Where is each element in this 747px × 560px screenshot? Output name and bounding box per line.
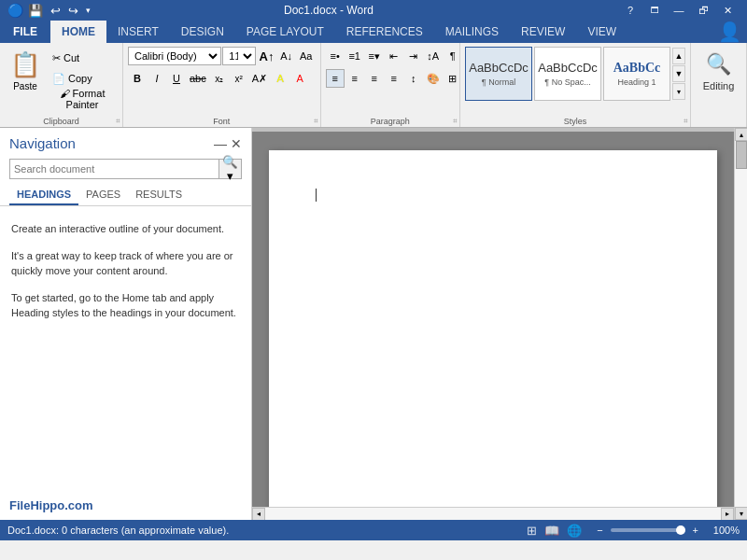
format-painter-button[interactable]: 🖌 Format Painter — [49, 90, 115, 108]
editing-content: 🔍 Editing — [703, 52, 735, 91]
save-quick-btn[interactable]: 💾 — [25, 4, 46, 18]
zoom-slider[interactable] — [611, 528, 685, 532]
bold-button[interactable]: B — [128, 69, 147, 88]
editing-group: 🔍 Editing — [691, 43, 747, 127]
multilevel-list-button[interactable]: ≡▾ — [365, 47, 384, 65]
style-heading1[interactable]: AaBbCc Heading 1 — [603, 47, 670, 101]
line-spacing-button[interactable]: ↕ — [404, 69, 423, 88]
nav-minimize-btn[interactable]: — — [214, 136, 227, 151]
grow-font-button[interactable]: A↑ — [257, 47, 275, 65]
bullets-button[interactable]: ≡• — [326, 47, 345, 65]
cut-button[interactable]: ✂ Cut — [49, 49, 115, 67]
status-text: Doc1.docx: 0 characters (an approximate … — [7, 525, 229, 536]
clear-formatting-button[interactable]: A✗ — [249, 69, 270, 88]
nav-tab-headings[interactable]: HEADINGS — [9, 185, 78, 205]
zoom-level: 100% — [706, 525, 740, 536]
h-scroll-right-btn[interactable]: ▸ — [721, 508, 734, 521]
page-layout-icon[interactable]: ⊞ — [527, 524, 537, 538]
strikethrough-button[interactable]: abc — [187, 69, 209, 88]
shading-button[interactable]: 🎨 — [424, 69, 443, 88]
font-size-select[interactable]: 11 — [222, 47, 256, 65]
nav-tab-pages[interactable]: PAGES — [78, 185, 128, 205]
nav-tab-results[interactable]: RESULTS — [128, 185, 190, 205]
minimize-btn[interactable]: — — [667, 0, 691, 21]
increase-indent-button[interactable]: ⇥ — [404, 47, 423, 65]
help-btn[interactable]: ? — [618, 0, 642, 21]
nav-body: Create an interactive outline of your do… — [0, 206, 251, 491]
doc-page[interactable] — [269, 150, 717, 507]
align-center-button[interactable]: ≡ — [345, 69, 364, 88]
tab-view[interactable]: VIEW — [576, 21, 627, 43]
paragraph-group: ≡• ≡1 ≡▾ ⇤ ⇥ ↕A ¶ ≡ ≡ ≡ ≡ ↕ 🎨 ⊞ Paragrap… — [321, 43, 460, 127]
v-scroll-track[interactable] — [735, 141, 747, 507]
justify-button[interactable]: ≡ — [385, 69, 403, 88]
superscript-button[interactable]: x² — [230, 69, 248, 88]
style-normal[interactable]: AaBbCcDc ¶ Normal — [465, 47, 532, 101]
web-view-icon[interactable]: 🌐 — [567, 524, 582, 538]
styles-launcher[interactable]: ⌗ — [684, 117, 688, 126]
italic-button[interactable]: I — [148, 69, 166, 88]
nav-search-input[interactable] — [9, 159, 219, 179]
subscript-button[interactable]: x₂ — [210, 69, 229, 88]
ribbon-display-btn[interactable]: 🗖 — [642, 0, 667, 21]
show-marks-button[interactable]: ¶ — [444, 47, 462, 65]
v-scroll-thumb[interactable] — [736, 141, 747, 169]
clipboard-launcher[interactable]: ⌗ — [116, 117, 120, 126]
tab-file[interactable]: FILE — [0, 21, 50, 43]
align-right-button[interactable]: ≡ — [365, 69, 384, 88]
styles-more[interactable]: ▾ — [672, 83, 685, 100]
style-no-spacing-preview: AaBbCcDc — [538, 61, 598, 76]
font-name-select[interactable]: Calibri (Body) — [128, 47, 221, 65]
underline-button[interactable]: U — [167, 69, 186, 88]
ribbon-groups-row: 📋 Paste ✂ Cut 📄 Copy 🖌 Format Painter Cl… — [0, 43, 747, 127]
tab-mailings[interactable]: MAILINGS — [434, 21, 510, 43]
zoom-thumb[interactable] — [676, 525, 685, 535]
copy-button[interactable]: 📄 Copy — [49, 69, 115, 88]
user-icon[interactable]: 👤 — [718, 21, 747, 43]
font-color-button[interactable]: A — [290, 69, 309, 88]
tab-insert[interactable]: INSERT — [106, 21, 170, 43]
content-area: Navigation — ✕ 🔍▾ HEADINGS PAGES RESULTS… — [0, 128, 747, 520]
styles-scroll-up[interactable]: ▲ — [672, 48, 685, 64]
tab-design[interactable]: DESIGN — [170, 21, 235, 43]
text-highlight-button[interactable]: A — [271, 69, 289, 88]
doc-inner[interactable] — [252, 132, 734, 507]
customize-quick-btn[interactable]: ▾ — [83, 6, 93, 15]
v-scroll-up-btn[interactable]: ▴ — [735, 128, 747, 141]
align-left-button[interactable]: ≡ — [326, 69, 345, 88]
nav-search-button[interactable]: 🔍▾ — [219, 159, 242, 179]
close-btn[interactable]: ✕ — [715, 0, 740, 21]
paragraph-launcher[interactable]: ⌗ — [453, 117, 458, 126]
h-scroll-track[interactable] — [265, 508, 721, 521]
redo-quick-btn[interactable]: ↪ — [65, 4, 81, 18]
tab-page-layout[interactable]: PAGE LAYOUT — [235, 21, 335, 43]
change-case-button[interactable]: Aa — [297, 47, 316, 65]
undo-quick-btn[interactable]: ↩ — [48, 4, 63, 18]
style-no-spacing[interactable]: AaBbCcDc ¶ No Spac... — [534, 47, 601, 101]
borders-button[interactable]: ⊞ — [444, 69, 462, 88]
zoom-minus[interactable]: − — [597, 525, 602, 536]
main-area: Navigation — ✕ 🔍▾ HEADINGS PAGES RESULTS… — [0, 128, 747, 540]
tab-review[interactable]: REVIEW — [510, 21, 576, 43]
tab-references[interactable]: REFERENCES — [335, 21, 434, 43]
nav-close-btn[interactable]: ✕ — [231, 136, 242, 151]
read-mode-icon[interactable]: 📖 — [544, 524, 559, 538]
font-launcher[interactable]: ⌗ — [314, 117, 318, 126]
decrease-indent-button[interactable]: ⇤ — [385, 47, 403, 65]
sort-button[interactable]: ↕A — [424, 47, 443, 65]
font-format-row: B I U abc x₂ x² A✗ A A — [128, 69, 316, 88]
window-controls: ? 🗖 — 🗗 ✕ — [618, 0, 740, 21]
numbering-button[interactable]: ≡1 — [345, 47, 364, 65]
zoom-plus[interactable]: + — [693, 525, 698, 536]
h-scroll-left-btn[interactable]: ◂ — [252, 508, 265, 521]
status-info: Doc1.docx: 0 characters (an approximate … — [7, 525, 229, 536]
styles-gallery: AaBbCcDc ¶ Normal AaBbCcDc ¶ No Spac... … — [465, 47, 685, 101]
tab-home[interactable]: HOME — [50, 21, 106, 43]
shrink-font-button[interactable]: A↓ — [277, 47, 296, 65]
styles-scroll-down[interactable]: ▼ — [672, 65, 685, 82]
clipboard-label: Clipboard — [0, 117, 122, 126]
maximize-btn[interactable]: 🗗 — [691, 0, 715, 21]
navigation-panel: Navigation — ✕ 🔍▾ HEADINGS PAGES RESULTS… — [0, 128, 252, 520]
paste-button[interactable]: 📋 Paste — [5, 47, 46, 95]
v-scroll-down-btn[interactable]: ▾ — [735, 507, 747, 520]
